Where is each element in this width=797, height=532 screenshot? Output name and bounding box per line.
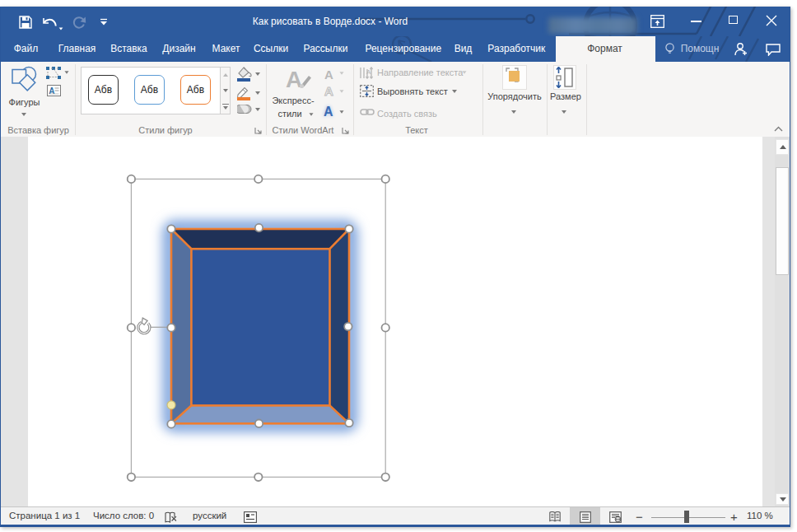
svg-text:А: А bbox=[366, 68, 371, 76]
